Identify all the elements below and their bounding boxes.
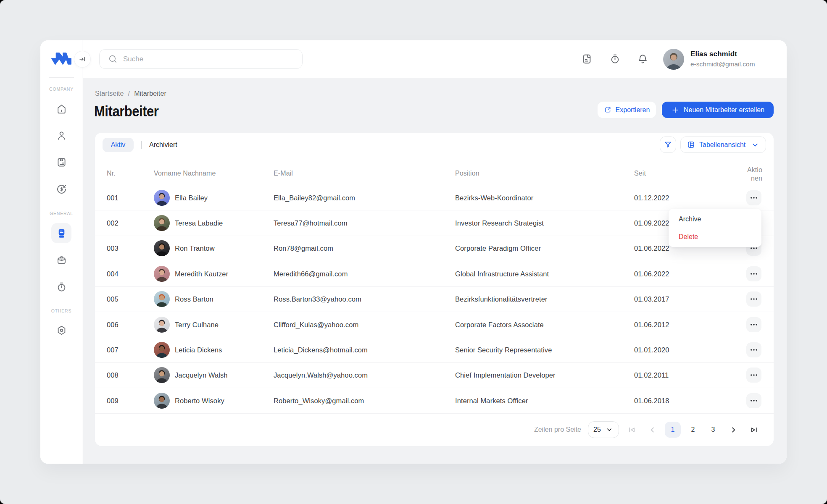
collapse-sidebar-icon [78,55,87,63]
next-page-button[interactable] [725,421,742,438]
app-logo [51,52,71,65]
cell-seit: 01.12.2022 [634,194,669,202]
sidebar-item-people[interactable] [54,128,69,143]
cell-name: Teresa Labadie [175,219,223,227]
table-view-icon [687,140,695,149]
cell-name: Jacquelyn Walsh [175,371,228,379]
sidebar-item-timer[interactable] [54,279,69,294]
user-avatar-image [663,49,684,70]
table-row: 008 Jacquelyn Walsh Jacquelyn.Walsh@yaho… [95,363,774,388]
last-page-button[interactable] [745,421,762,438]
context-menu-archive[interactable]: Archive [669,210,761,228]
rows-per-page-select[interactable]: 25 [588,421,619,438]
create-employee-button[interactable]: Neuen Mitarbeiter erstellen [662,102,774,118]
row-actions-button[interactable] [746,266,761,281]
tab-archiviert[interactable]: Archiviert [149,138,177,152]
sidebar-item-briefcase[interactable] [54,252,69,268]
create-label: Neuen Mitarbeiter erstellen [684,106,764,114]
table-footer: Zeilen pro Seite 25 [95,413,774,446]
prev-page-button[interactable] [644,421,661,438]
cell-nr: 005 [107,295,119,303]
ellipsis-icon [749,294,759,304]
table-row: 004 Meredith Kautzer Meredith66@gmail.co… [95,261,774,286]
row-avatar [154,190,170,206]
row-actions-button[interactable] [746,368,761,383]
sidebar-item-refunds[interactable] [54,181,69,197]
breadcrumb-home[interactable]: Startseite [95,90,124,97]
cell-name: Leticia Dickens [175,346,222,354]
table-row: 009 Roberto Wisoky Roberto_Wisoky@gmail.… [95,388,774,413]
tab-aktiv[interactable]: Aktiv [103,138,134,152]
row-actions-button[interactable] [746,317,761,332]
table-view-dropdown[interactable]: Tabellenansicht [680,136,766,153]
row-actions-button[interactable] [746,190,761,205]
cell-nr: 004 [107,270,119,278]
cell-nr: 002 [107,219,119,227]
screenshot-page: COMPANY [0,0,827,504]
cell-seit: 01.09.2022 [634,219,669,227]
table-header: Nr. Vorname Nachname E-Mail Position Sei… [95,158,774,185]
context-menu-delete[interactable]: Delete [669,228,761,246]
breadcrumb-current: Mitarbeiter [134,90,166,97]
person-icon [56,130,67,141]
cell-position: Corporate Factors Associate [455,320,544,328]
briefcase-icon [56,255,67,266]
bell-icon[interactable] [637,53,648,65]
user-avatar[interactable] [663,49,684,70]
sidebar-item-settings[interactable] [54,323,69,338]
sidebar: COMPANY [40,40,82,464]
sidebar-collapse-button[interactable] [74,51,90,67]
cell-seit: 01.06.2022 [634,270,669,278]
chevron-down-icon [605,425,614,434]
search-box[interactable] [99,49,303,69]
document-icon[interactable] [581,53,593,65]
plus-icon [671,106,680,114]
last-page-icon [749,425,759,435]
cell-email: Jacquelyn.Walsh@yahoo.com [274,371,368,379]
cell-email: Leticia_Dickens@hotmail.com [274,346,368,354]
row-avatar [154,266,170,282]
cell-position: Bezirksfunktionalitätsvertreter [455,295,548,303]
row-actions-button[interactable] [746,393,761,408]
sidebar-item-bookings[interactable] [54,155,69,170]
settings-icon [56,325,67,336]
table-row: 001 Ella Bailey Ella_Bailey82@gmail.com … [95,185,774,210]
col-actions: Aktionen [747,166,762,183]
page-2[interactable]: 2 [685,422,701,438]
content-area: Startseite/Mitarbeiter Mitarbeiter Expor… [83,78,787,464]
ellipsis-icon [749,193,759,202]
sidebar-item-home[interactable] [54,101,69,116]
row-avatar [154,317,170,333]
export-button[interactable]: Exportieren [598,102,656,118]
first-page-button[interactable] [623,421,640,438]
ellipsis-icon [749,269,759,278]
cell-email: Teresa77@hotmail.com [274,219,348,227]
col-position: Position [455,170,479,177]
sidebar-item-employees-active[interactable] [51,223,71,243]
cell-name: Terry Culhane [175,320,219,328]
cell-nr: 001 [107,194,119,202]
row-actions-button[interactable] [746,342,761,357]
page-3[interactable]: 3 [705,422,721,438]
cell-email: Roberto_Wisoky@gmail.com [274,396,364,404]
row-avatar [154,215,170,231]
filter-button[interactable] [660,136,676,153]
filter-icon [664,140,672,149]
app-window: COMPANY [40,40,787,464]
col-nr: Nr. [107,170,116,177]
contacts-icon [56,228,67,239]
home-icon [56,103,67,115]
search-icon [108,54,118,64]
search-input[interactable] [123,55,283,63]
breadcrumb: Startseite/Mitarbeiter [95,90,166,97]
cell-nr: 007 [107,346,119,354]
employees-card: Aktiv Archiviert Tabellenansicht [95,133,774,446]
page-title: Mitarbeiter [94,104,158,118]
timer-icon[interactable] [609,53,621,65]
cell-position: Chief Implementation Developer [455,371,556,379]
page-1[interactable]: 1 [665,422,681,438]
row-avatar [154,291,170,307]
user-name[interactable]: Elias schmidt [690,50,737,58]
cell-seit: 01.06.2012 [634,320,669,328]
row-actions-button[interactable] [746,291,761,307]
